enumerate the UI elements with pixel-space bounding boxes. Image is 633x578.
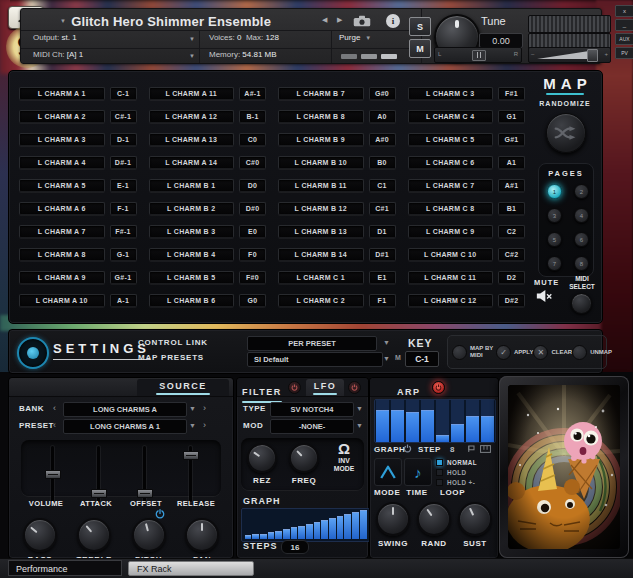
midi-select-knob[interactable] [571, 293, 592, 314]
unmap-button[interactable]: UNMAP [572, 345, 612, 360]
info-icon[interactable]: i [386, 14, 400, 28]
close-button[interactable]: x [615, 5, 633, 17]
graph-bar[interactable] [260, 534, 267, 539]
graph-power-icon[interactable] [403, 444, 412, 453]
knob-freq[interactable] [289, 443, 319, 473]
preset-key-button[interactable]: B1 [498, 202, 525, 215]
slider-handle[interactable] [91, 489, 107, 498]
preset-name-button[interactable]: L CHARM A 4 [19, 156, 105, 169]
preset-name-button[interactable]: L CHARM A 6 [19, 202, 105, 215]
filter-mod-dropdown-icon[interactable]: ▼ [356, 422, 363, 429]
page-button-6[interactable]: 6 [574, 232, 589, 247]
preset-key-button[interactable]: F1 [369, 294, 396, 307]
preset-key-button[interactable]: D2 [498, 271, 525, 284]
settings-gear-icon[interactable] [17, 337, 49, 369]
preset-name-button[interactable]: L CHARM A 3 [19, 133, 105, 146]
instrument-title-row[interactable]: ▼ Glitch Hero Shimmer Ensemble [55, 11, 345, 31]
preset-next-icon[interactable]: › [203, 420, 206, 430]
preset-name-button[interactable]: L CHARM C 3 [408, 87, 494, 100]
filter-type-dropdown[interactable]: SV NOTCH4 [270, 402, 354, 417]
preset-key-button[interactable]: G#-1 [110, 271, 137, 284]
preset-name-button[interactable]: L CHARM B 1 [149, 179, 235, 192]
preset-name-button[interactable]: L CHARM C 4 [408, 110, 494, 123]
preset-key-button[interactable]: C#2 [498, 248, 525, 261]
tune-value[interactable]: 0.00 [479, 33, 523, 48]
preset-key-button[interactable]: G#1 [498, 133, 525, 146]
preset-key-button[interactable]: F0 [239, 248, 266, 261]
knob-treble[interactable] [77, 518, 111, 552]
lfo-power-button[interactable] [348, 381, 361, 394]
output-dropdown-icon[interactable]: ▼ [189, 36, 195, 42]
preset-key-button[interactable]: G0 [239, 294, 266, 307]
preset-name-button[interactable]: L CHARM A 14 [149, 156, 235, 169]
arp-step[interactable] [451, 400, 464, 442]
arp-step[interactable] [406, 400, 419, 442]
map-presets-dropdown[interactable]: SI Default [247, 352, 383, 367]
preset-name-button[interactable]: L CHARM A 9 [19, 271, 105, 284]
graph-bar[interactable] [344, 514, 351, 539]
slider-handle[interactable] [137, 489, 153, 498]
preset-key-button[interactable]: C#-1 [110, 110, 137, 123]
preset-name-button[interactable]: L CHARM B 5 [149, 271, 235, 284]
knob-pan[interactable] [185, 518, 219, 552]
steps-value[interactable]: 16 [281, 540, 309, 554]
preset-key-button[interactable]: C1 [369, 179, 396, 192]
preset-key-button[interactable]: C0 [239, 133, 266, 146]
arp-step[interactable] [421, 400, 434, 442]
map-by-midi-button[interactable]: MAP BY MIDI [452, 345, 496, 360]
preset-key-button[interactable]: G1 [498, 110, 525, 123]
knob-pitch[interactable] [132, 518, 166, 552]
mute-button[interactable]: M [409, 39, 431, 58]
knob-sust[interactable] [458, 502, 492, 536]
arp-step[interactable] [436, 400, 449, 442]
graph-bar[interactable] [245, 535, 252, 539]
arp-step[interactable] [481, 400, 494, 442]
graph-bar[interactable] [268, 532, 275, 539]
preset-name-button[interactable]: L CHARM B 2 [149, 202, 235, 215]
preset-key-button[interactable]: B0 [369, 156, 396, 169]
volume-slider[interactable]: – + [528, 47, 611, 63]
slider-release[interactable] [182, 446, 198, 502]
volume-handle[interactable] [587, 49, 598, 62]
key-value[interactable]: C-1 [405, 351, 439, 367]
control-link-dropdown-icon[interactable]: ▼ [383, 339, 390, 346]
preset-name-button[interactable]: L CHARM A 7 [19, 225, 105, 238]
control-link-dropdown[interactable]: PER PRESET [247, 336, 377, 351]
graph-bar[interactable] [291, 527, 298, 539]
graph-bar[interactable] [314, 522, 321, 539]
output-selector[interactable]: Output: st. 1 [33, 33, 77, 42]
arp-option-normal[interactable]: NORMAL [436, 459, 477, 466]
inv-mode-toggle[interactable]: Ω INV MODE [328, 440, 360, 473]
pan-slider[interactable]: L R [434, 47, 522, 63]
preset-name-button[interactable]: L CHARM C 11 [408, 271, 494, 284]
preset-name-button[interactable]: L CHARM C 5 [408, 133, 494, 146]
graph-bar[interactable] [283, 529, 290, 539]
map-presets-dropdown-icon[interactable]: ▼ [383, 355, 390, 362]
page-button-2[interactable]: 2 [574, 184, 589, 199]
keyboard-icon[interactable] [480, 445, 491, 453]
bank-next-icon[interactable]: › [203, 403, 206, 413]
preset-key-button[interactable]: G#0 [369, 87, 396, 100]
knob-swing[interactable] [376, 502, 410, 536]
bank-dropdown[interactable]: LONG CHARMS A [63, 402, 187, 417]
minimize-button[interactable]: _ [615, 19, 633, 31]
preset-dropdown-icon[interactable]: ▼ [189, 422, 196, 429]
volume-plus-icon[interactable]: + [604, 51, 608, 57]
page-button-8[interactable]: 8 [574, 256, 589, 271]
volume-minus-icon[interactable]: – [531, 51, 534, 57]
aux-button[interactable]: AUX [615, 33, 633, 45]
page-button-5[interactable]: 5 [547, 232, 562, 247]
pv-button[interactable]: PV [615, 47, 633, 59]
knob-rand[interactable] [417, 502, 451, 536]
preset-key-button[interactable]: A-1 [110, 294, 137, 307]
preset-name-button[interactable]: L CHARM C 10 [408, 248, 494, 261]
solo-button[interactable]: S [409, 17, 431, 36]
filter-type-dropdown-icon[interactable]: ▼ [356, 405, 363, 412]
slider-volume[interactable] [44, 446, 60, 502]
next-instrument-icon[interactable]: ▶ [337, 16, 342, 24]
preset-dropdown[interactable]: LONG CHARMS A 1 [63, 419, 187, 434]
preset-key-button[interactable]: A#-1 [239, 87, 266, 100]
tab-performance[interactable]: Performance [8, 560, 122, 576]
page-button-7[interactable]: 7 [547, 256, 562, 271]
filter-graph[interactable] [241, 508, 370, 542]
